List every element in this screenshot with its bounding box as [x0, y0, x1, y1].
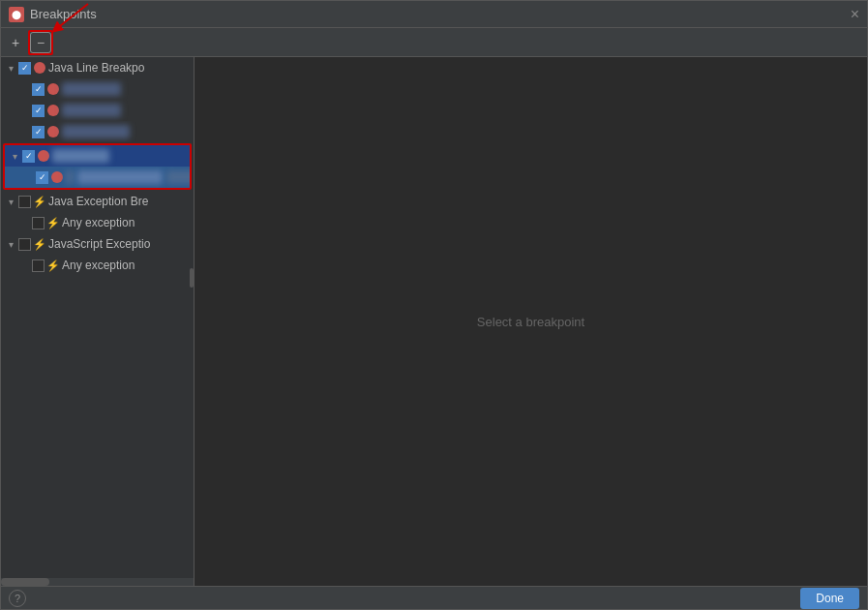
bp-label-2: NNNNNNN: [62, 104, 121, 117]
any-exception-1[interactable]: ⚡ Any exception: [1, 212, 194, 233]
done-button[interactable]: Done: [800, 588, 859, 609]
lightning-icon-1: ⚡: [34, 196, 45, 207]
lightning-icon-3: ⚡: [34, 238, 45, 250]
status-bar: ? Done: [1, 586, 867, 609]
window-icon: ⬤: [9, 7, 24, 22]
any-exception-label-1: Any exception: [62, 216, 135, 229]
window-title: Breakpoints: [30, 7, 97, 21]
help-button[interactable]: ?: [9, 590, 26, 607]
remove-breakpoint-button[interactable]: −: [30, 32, 51, 53]
selected-group-border: ▾ ✓ JavaJava ✓ CCCC XXXXXX YYYY: [3, 143, 192, 190]
bp-item-4[interactable]: ✓ CCCC XXXXXX YYYY: [5, 167, 190, 188]
chevron-down-icon-2: ▾: [9, 150, 20, 162]
group-checkbox-js-exc[interactable]: [18, 238, 31, 251]
bp-item-1[interactable]: ✓ NNNNNNN: [1, 78, 194, 100]
breakpoints-window: ⬤ Breakpoints × + − ▾ ✓ Java: [0, 0, 868, 610]
checkbox-any-exc1[interactable]: [32, 217, 45, 229]
close-button[interactable]: ×: [851, 6, 859, 23]
breakpoint-red-icon: [34, 62, 45, 74]
group-checkbox-java2[interactable]: ✓: [22, 150, 35, 163]
toolbar: + −: [1, 28, 867, 57]
checkbox-bp1[interactable]: ✓: [32, 83, 45, 96]
lightning-icon-2: ⚡: [47, 217, 59, 229]
right-panel: Select a breakpoint: [195, 57, 867, 586]
select-breakpoint-hint: Select a breakpoint: [477, 315, 584, 329]
group-checkbox-java-exc[interactable]: [18, 196, 31, 208]
resize-handle[interactable]: [190, 268, 194, 288]
horizontal-scrollbar[interactable]: [1, 578, 194, 586]
bp-label-4-extra: XXXXXX: [77, 170, 163, 184]
title-bar: ⬤ Breakpoints ×: [1, 1, 867, 28]
bp-icon-java2: [38, 150, 49, 162]
add-breakpoint-button[interactable]: +: [5, 32, 26, 53]
bp-icon-3: [47, 126, 59, 137]
group-label-java-line: Java Line Breakpo: [48, 61, 144, 75]
lightning-icon-4: ⚡: [47, 259, 59, 271]
bp-item-3[interactable]: ✓ MMMMMMM: [1, 121, 194, 142]
left-panel[interactable]: ▾ ✓ Java Line Breakpo ✓ NNNNNNN ✓ NNNNNN…: [1, 57, 195, 586]
content-area: ▾ ✓ Java Line Breakpo ✓ NNNNNNN ✓ NNNNNN…: [1, 57, 867, 586]
chevron-down-icon-4: ▾: [5, 238, 16, 250]
group-label-java2: JavaJava: [52, 149, 109, 163]
group-label-java-exception: Java Exception Bre: [48, 195, 148, 208]
bp-icon-4: [51, 171, 63, 183]
any-exception-2[interactable]: ⚡ Any exception: [1, 255, 194, 276]
group-java-line[interactable]: ▾ ✓ Java Line Breakpo: [1, 57, 194, 78]
group-java-2[interactable]: ▾ ✓ JavaJava: [5, 145, 190, 167]
checkbox-any-exc2[interactable]: [32, 259, 45, 272]
checkbox-bp3[interactable]: ✓: [32, 126, 45, 138]
group-java-exception[interactable]: ▾ ⚡ Java Exception Bre: [1, 191, 194, 212]
chevron-down-icon-3: ▾: [5, 196, 16, 207]
bp-icon-1: [47, 83, 59, 95]
group-label-js-exception: JavaScript Exceptio: [48, 237, 150, 251]
scrollbar-thumb[interactable]: [1, 578, 49, 586]
bp-label-4-extra2: YYYY: [166, 170, 190, 184]
checkbox-bp4[interactable]: ✓: [36, 171, 48, 184]
remove-outline: −: [28, 30, 53, 55]
bp-icon-2: [47, 105, 59, 116]
bp-label-3: MMMMMMM: [62, 125, 130, 138]
bp-item-2[interactable]: ✓ NNNNNNN: [1, 100, 194, 121]
bp-label-4: CCCC: [66, 170, 74, 184]
checkbox-bp2[interactable]: ✓: [32, 105, 45, 117]
any-exception-label-2: Any exception: [62, 259, 135, 272]
chevron-down-icon: ▾: [5, 62, 16, 74]
bp-label-1: NNNNNNN: [62, 82, 121, 96]
group-checkbox-java-line[interactable]: ✓: [18, 62, 31, 75]
group-js-exception[interactable]: ▾ ⚡ JavaScript Exceptio: [1, 233, 194, 255]
